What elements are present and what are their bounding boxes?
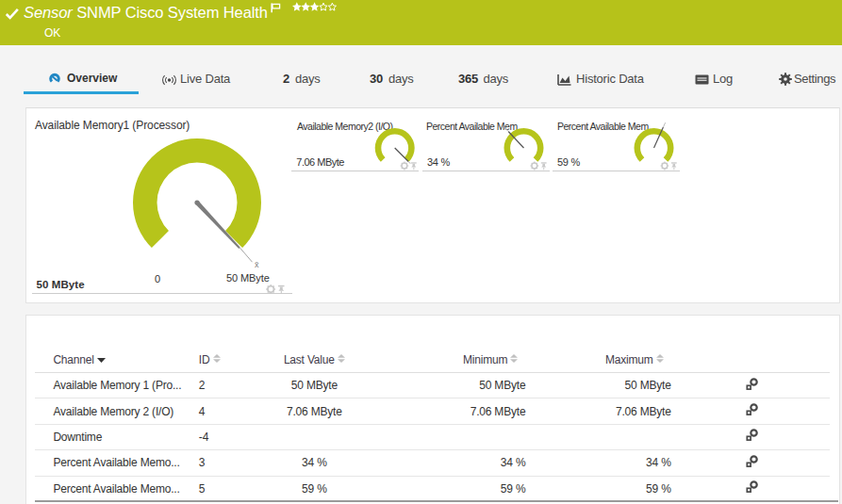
svg-text:x̄: x̄ [255,260,259,269]
